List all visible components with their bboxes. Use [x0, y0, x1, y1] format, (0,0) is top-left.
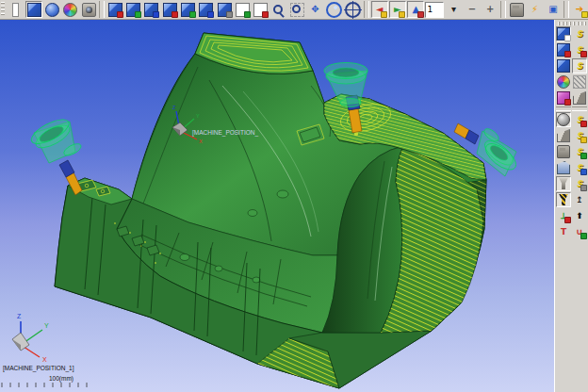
accent-dot: [117, 11, 123, 18]
render-sphere-glyph: [557, 75, 570, 89]
view-front-icon[interactable]: [124, 1, 141, 18]
toolpath-reverse-glyph: S: [574, 178, 585, 189]
capture-glyph: [82, 3, 96, 17]
surface-trim-glyph: [573, 91, 586, 105]
toolpath-modify-glyph: S: [574, 162, 585, 173]
accent-dot: [226, 11, 233, 18]
toolbar-grip[interactable]: [558, 22, 586, 25]
scale-ruler: [2, 383, 87, 387]
view-left-icon[interactable]: [161, 1, 178, 18]
axis-system-glyph: ⟂: [558, 210, 569, 221]
workpiece-icon[interactable]: [556, 112, 571, 127]
delete-view-icon[interactable]: [556, 42, 571, 57]
accent-dot: [564, 51, 571, 57]
clipped-icon[interactable]: [8, 1, 24, 18]
toolbar-separator: [99, 1, 105, 18]
video-options-icon[interactable]: ▣: [545, 1, 562, 18]
render-style-icon[interactable]: [62, 1, 79, 18]
fixture-icon[interactable]: [556, 160, 571, 175]
zoom-window-icon[interactable]: [288, 1, 305, 18]
accent-dot: [564, 35, 571, 41]
tool-holder-icon[interactable]: [556, 176, 571, 191]
view-left-glyph: [163, 3, 177, 17]
view-bottom-icon[interactable]: [216, 1, 233, 18]
view-back-glyph: [144, 3, 158, 17]
shaded-view-icon[interactable]: [25, 1, 42, 18]
accent-dot: [172, 11, 178, 18]
tool-number-dropdown[interactable]: ▾: [445, 1, 462, 18]
toolpath-edit-icon[interactable]: S: [572, 112, 587, 127]
machine-icon[interactable]: [556, 144, 571, 159]
accent-dot: [580, 51, 587, 57]
toolpath-box-icon[interactable]: S: [572, 58, 587, 74]
tool-assembly-icon[interactable]: [556, 192, 571, 207]
scene-y-label: Y: [196, 113, 200, 119]
speed-plus-button[interactable]: +: [482, 1, 498, 18]
tool-red-icon[interactable]: T: [556, 224, 571, 239]
view-right-icon[interactable]: [179, 1, 196, 18]
view-iso-icon[interactable]: [106, 1, 123, 18]
view-bottom-glyph: [218, 3, 232, 17]
shaded-view-glyph: [27, 3, 41, 17]
view-iso-glyph: [108, 3, 122, 17]
replay-step-icon[interactable]: ▲: [407, 1, 424, 18]
tool-silhouette-glyph: ↥: [574, 194, 585, 205]
toolbar-separator: [364, 1, 369, 18]
center-view-icon[interactable]: [344, 1, 362, 18]
magnified-view-icon[interactable]: [556, 26, 571, 41]
wireframe-view-icon[interactable]: [43, 1, 60, 18]
rotate-view-icon[interactable]: [325, 1, 343, 18]
zoom-in-glyph: [272, 4, 285, 16]
tool-solid-glyph: ⬆: [574, 210, 585, 221]
goto-tool-icon[interactable]: ➔: [571, 1, 588, 18]
toolpath-verify-icon[interactable]: S: [572, 42, 587, 57]
toolpath-check-icon[interactable]: S: [572, 128, 587, 143]
surface-trim-icon[interactable]: [572, 90, 587, 106]
zoom-in-icon[interactable]: [270, 1, 287, 18]
stock-view-glyph: [557, 59, 570, 73]
accent-dot: [580, 137, 587, 143]
accent-dot: [244, 11, 251, 18]
replay-rewind-icon[interactable]: ◄: [371, 1, 388, 18]
render-sphere-icon[interactable]: [556, 74, 571, 90]
origin-y-label: Y: [44, 322, 49, 329]
saved-views-icon[interactable]: [234, 1, 251, 18]
view-top-icon[interactable]: [198, 1, 215, 18]
view-top-glyph: [199, 3, 213, 17]
toolpath-replay-icon[interactable]: S: [572, 26, 587, 41]
pan-icon[interactable]: ✥: [306, 1, 323, 18]
speed-minus-button[interactable]: −: [464, 1, 481, 18]
origin-position-label: [MACHINE_POSITION_1]: [3, 365, 74, 372]
tool-solid-icon[interactable]: ⬆: [572, 208, 587, 223]
toolpath-approve-icon[interactable]: S: [572, 144, 587, 159]
tool-number-field[interactable]: [425, 2, 444, 18]
saved-views-glyph: [236, 3, 250, 17]
replay-forward-glyph: ►: [391, 4, 403, 16]
accent-dot: [153, 11, 159, 18]
stock-view-icon[interactable]: [556, 58, 571, 74]
pocket-icon[interactable]: [556, 128, 571, 143]
toolbar-separator: [572, 106, 587, 111]
view-manager-icon[interactable]: [253, 1, 270, 18]
tool-animation-icon[interactable]: ⚡: [526, 1, 543, 18]
material-removal-icon[interactable]: [508, 1, 525, 18]
3d-viewport[interactable]: Z Y X [MACHINE_POSITION_: [0, 20, 554, 392]
toolpath-reverse-icon[interactable]: S: [572, 176, 587, 191]
view-front-glyph: [126, 3, 140, 17]
remove-chunk-icon[interactable]: [556, 90, 571, 106]
boss-feature: [253, 277, 260, 283]
pan-glyph: ✥: [309, 4, 321, 16]
pocket-glyph: [557, 129, 570, 142]
loop-icon[interactable]: ∪: [572, 224, 587, 239]
replay-forward-icon[interactable]: ►: [389, 1, 406, 18]
view-back-icon[interactable]: [143, 1, 160, 18]
toolbar-grip[interactable]: [1, 2, 5, 17]
tool-silhouette-icon[interactable]: ↥: [572, 192, 587, 207]
render-style-glyph: [63, 3, 77, 17]
tool-number-dropdown-glyph: ▾: [448, 4, 460, 16]
toolpath-modify-icon[interactable]: S: [572, 160, 587, 175]
hatch-pattern-icon[interactable]: [572, 74, 587, 90]
axis-system-icon[interactable]: ⟂: [556, 208, 571, 223]
capture-icon[interactable]: [80, 1, 97, 18]
scene-x-label: X: [199, 139, 203, 144]
